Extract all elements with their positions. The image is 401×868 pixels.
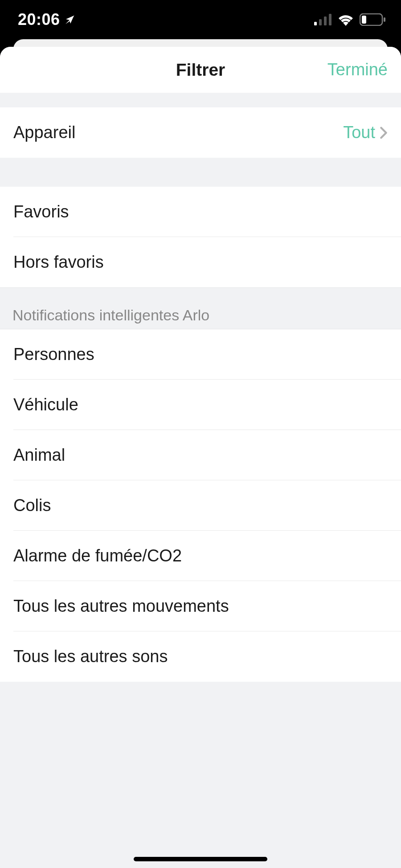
status-bar: 20:06 <box>0 0 401 39</box>
svg-rect-6 <box>384 17 385 22</box>
device-section: Appareil Tout <box>0 107 401 158</box>
smart-item-animal[interactable]: Animal <box>0 430 401 480</box>
smart-section: Personnes Véhicule Animal Colis Alarme d… <box>0 329 401 682</box>
svg-rect-5 <box>362 16 366 24</box>
cellular-icon <box>314 14 332 25</box>
status-time: 20:06 <box>18 10 60 29</box>
device-value: Tout <box>343 123 375 142</box>
device-label: Appareil <box>13 123 75 142</box>
section-spacer <box>0 93 401 107</box>
device-row[interactable]: Appareil Tout <box>0 107 401 158</box>
smart-item-sons[interactable]: Tous les autres sons <box>0 631 401 682</box>
smart-item-personnes[interactable]: Personnes <box>0 329 401 380</box>
section-spacer <box>0 158 401 187</box>
wifi-icon <box>337 13 354 26</box>
filter-modal: Filtrer Terminé Appareil Tout Favoris Ho… <box>0 47 401 868</box>
smart-item-colis[interactable]: Colis <box>0 480 401 531</box>
smart-item-mouvements[interactable]: Tous les autres mouvements <box>0 581 401 631</box>
favorites-row[interactable]: Favoris <box>0 187 401 237</box>
non-favorites-row[interactable]: Hors favoris <box>0 237 401 287</box>
status-time-area: 20:06 <box>18 10 75 29</box>
non-favorites-label: Hors favoris <box>13 253 104 272</box>
svg-rect-0 <box>314 22 317 25</box>
svg-rect-2 <box>324 16 327 25</box>
smart-item-vehicule[interactable]: Véhicule <box>0 380 401 430</box>
favorites-section: Favoris Hors favoris <box>0 187 401 287</box>
chevron-right-icon <box>380 127 388 139</box>
bottom-spacer <box>0 682 401 717</box>
list-item-label: Véhicule <box>13 395 78 414</box>
list-item-label: Alarme de fumée/CO2 <box>13 546 182 565</box>
battery-icon <box>360 13 385 26</box>
home-indicator[interactable] <box>134 857 267 861</box>
status-indicators <box>314 13 385 26</box>
modal-title: Filtrer <box>176 60 225 80</box>
list-item-label: Tous les autres sons <box>13 647 168 666</box>
svg-rect-1 <box>319 19 322 25</box>
list-item-label: Colis <box>13 496 51 515</box>
location-icon <box>65 14 75 25</box>
list-item-label: Tous les autres mouvements <box>13 597 229 616</box>
smart-item-alarme[interactable]: Alarme de fumée/CO2 <box>0 531 401 581</box>
modal-header: Filtrer Terminé <box>0 47 401 93</box>
list-item-label: Animal <box>13 446 65 465</box>
favorites-label: Favoris <box>13 202 69 221</box>
scroll-container[interactable]: Appareil Tout Favoris Hors favoris Notif… <box>0 93 401 868</box>
list-item-label: Personnes <box>13 345 94 364</box>
done-button[interactable]: Terminé <box>327 60 388 79</box>
smart-section-header: Notifications intelligentes Arlo <box>0 287 401 329</box>
svg-rect-3 <box>329 14 331 25</box>
